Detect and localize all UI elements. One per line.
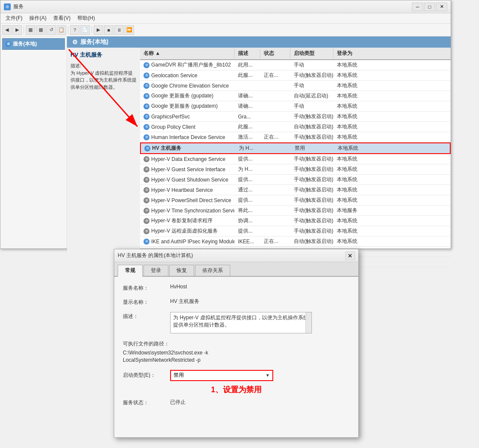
back-button[interactable]: ◀ [2,25,12,35]
service-name: ⚙Google Chrome Elevation Service [140,81,235,91]
table-row[interactable]: ⚙Google 更新服务 (gupdatem) 请确... 手动 本地系统 [140,101,451,112]
sidebar-label: 服务(本地) [13,40,37,48]
help-button[interactable]: ? [70,25,79,35]
service-startup: 手动(触发器启动) [290,175,333,185]
service-login: 本地系统 [333,216,368,226]
table-row[interactable]: ⚙Group Policy Client 此服... 自动(触发器启动) 本地系… [140,122,451,132]
service-login: 本地系统 [333,70,368,80]
service-desc: 此服... [235,70,260,80]
table-row[interactable]: ⚙IKE and AuthIP IPsec Keying Modules IKE… [140,236,451,247]
stop-service-button[interactable]: ■ [104,25,113,35]
menu-file[interactable]: 文件(F) [2,14,26,23]
col-login[interactable]: 登录为 [333,48,368,58]
gear-icon: ⚙ [143,83,149,89]
service-login: 本地系统 [333,60,368,70]
properties-dialog: HV 主机服务 的属性(本地计算机) ✕ 常规 登录 恢复 依存关系 服务名称：… [114,249,359,438]
table-row[interactable]: ⚙Human Interface Device Service 激活... 正在… [140,132,451,142]
forward-button[interactable]: ▶ [12,25,22,35]
service-login: 本地系统 [333,175,368,185]
service-desc: 通过... [235,185,260,195]
col-startup[interactable]: 启动类型 [290,48,333,58]
table-row[interactable]: ⚙Hyper-V Guest Shutdown Service 提供... 手动… [140,175,451,185]
service-desc: 请确... [235,101,260,111]
table-row[interactable]: ⚙Geolocation Service 此服... 正在... 手动(触发器启… [140,70,451,81]
service-status: 正在... [260,70,290,80]
service-status-label: 服务状态： [123,398,170,406]
toolbar-separator-2 [68,26,68,34]
table-row[interactable]: ⚙Hyper-V 卷影复制请求程序 协调... 手动(触发器启动) 本地系统 [140,216,451,226]
service-status [260,112,290,121]
service-name-value: HvHost [170,284,187,290]
table-row[interactable]: ⚙Hyper-V Time Synchronization Service 将此… [140,206,451,216]
table-row[interactable]: ⚙Hyper-V Data Exchange Service 提供... 手动(… [140,154,451,164]
main-panel: ⚙ 服务(本地) HV 主机服务 描述:为 Hyper-V 虚拟机监控程序提供接… [67,36,451,248]
tab-recovery[interactable]: 恢复 [169,265,194,276]
service-startup: 手动(触发器启动) [290,216,333,226]
gear-icon: ⚙ [143,177,149,183]
gear-icon: ⚙ [143,134,149,140]
show-standard-view[interactable]: ▦ [26,25,35,35]
maximize-button[interactable]: □ [424,3,435,11]
service-startup: 手动 [290,81,333,91]
service-name: ⚙IKE and AuthIP IPsec Keying Modules [140,236,235,246]
gear-icon: ⚙ [143,156,149,162]
service-name: ⚙Hyper-V 卷影复制请求程序 [140,216,235,226]
service-startup: 手动(触发器启动) [290,70,333,80]
dialog-content: 服务名称： HvHost 显示名称： HV 主机服务 描述： 为 Hyper-V… [114,277,358,413]
path-row: 可执行文件的路径： C:\Windows\system32\svchost.ex… [123,339,350,364]
col-status[interactable]: 状态 [260,48,290,58]
table-row[interactable]: ⚙GraphicsPerfSvc Gra... 手动(触发器启动) 本地系统 [140,112,451,122]
close-button[interactable]: ✕ [436,3,447,11]
table-row[interactable]: ⚙Hyper-V Heartbeat Service 通过... 手动(触发器启… [140,185,451,195]
menu-view[interactable]: 查看(V) [50,14,74,23]
info-panel: HV 主机服务 描述:为 Hyper-V 虚拟机监控程序提供接口，以便为主机操作… [67,48,140,267]
refresh-button[interactable]: ↺ [46,25,56,35]
table-row[interactable]: ⚙Hyper-V 远程桌面虚拟化服务 提供... 手动(触发器启动) 本地系统 [140,226,451,236]
service-login: 本地系统 [333,101,368,111]
col-desc[interactable]: 描述 [235,48,260,58]
service-startup: 手动 [290,101,333,111]
service-startup: 自动(延迟启动) [290,91,333,101]
service-name: ⚙Hyper-V PowerShell Direct Service [140,195,235,205]
service-status [260,81,290,91]
dialog-title-bar: HV 主机服务 的属性(本地计算机) ✕ [114,249,358,262]
list-header: 名称 ▲ 描述 状态 启动类型 登录为 [140,48,451,60]
split-area: HV 主机服务 描述:为 Hyper-V 虚拟机监控程序提供接口，以便为主机操作… [67,48,451,267]
table-row[interactable]: ⚙HV 主机服务 为 H... 禁用 本地系统 [140,142,451,154]
gear-icon: ⚙ [143,62,149,68]
menu-action[interactable]: 操作(A) [26,14,50,23]
export-button[interactable]: 📋 [57,25,66,35]
restart-service-button[interactable]: ⏩ [125,25,134,35]
window-title: 服务 [13,3,24,10]
sidebar-services-local[interactable]: ⚙ 服务(本地) [2,38,65,50]
toolbar-separator-1 [24,26,24,34]
table-row[interactable]: ⚙GameDVR 和广播用户服务_8b102 此用... 手动 本地系统 [140,60,451,70]
dialog-close-button[interactable]: ✕ [345,251,355,260]
startup-type-select[interactable]: 禁用 ▼ [170,370,273,381]
minimize-button[interactable]: ─ [412,3,423,11]
service-desc: 将此... [235,206,260,215]
gear-icon: ⚙ [143,73,149,79]
service-status [260,122,290,132]
panel-header: ⚙ 服务(本地) [67,36,451,48]
table-row[interactable]: ⚙Google 更新服务 (gupdate) 请确... 自动(延迟启动) 本地… [140,91,451,101]
description-scrollbar[interactable] [305,312,311,333]
tab-general[interactable]: 常规 [118,265,143,277]
menu-help[interactable]: 帮助(H) [74,14,98,23]
service-name: ⚙GameDVR 和广播用户服务_8b102 [140,60,235,70]
start-service-button[interactable]: ▶ [94,25,103,35]
show-extended-view[interactable]: ▦ [36,25,46,35]
table-row[interactable]: ⚙Hyper-V Guest Service Interface 为 H... … [140,164,451,175]
properties-button[interactable]: 📄 [80,25,90,35]
table-row[interactable]: ⚙Google Chrome Elevation Service 手动 本地系统 [140,81,451,91]
col-name[interactable]: 名称 ▲ [140,48,235,58]
tab-login[interactable]: 登录 [143,265,168,276]
dialog-tabs: 常规 登录 恢复 依存关系 [114,262,358,277]
tab-dependencies[interactable]: 依存关系 [195,265,230,276]
description-label: 描述： [123,312,170,320]
service-desc: 提供... [235,226,260,236]
table-row[interactable]: ⚙Hyper-V PowerShell Direct Service 提供...… [140,195,451,206]
toolbar-separator-3 [92,26,92,34]
service-startup: 手动(触发器启动) [290,226,333,236]
pause-service-button[interactable]: ⏸ [114,25,124,35]
